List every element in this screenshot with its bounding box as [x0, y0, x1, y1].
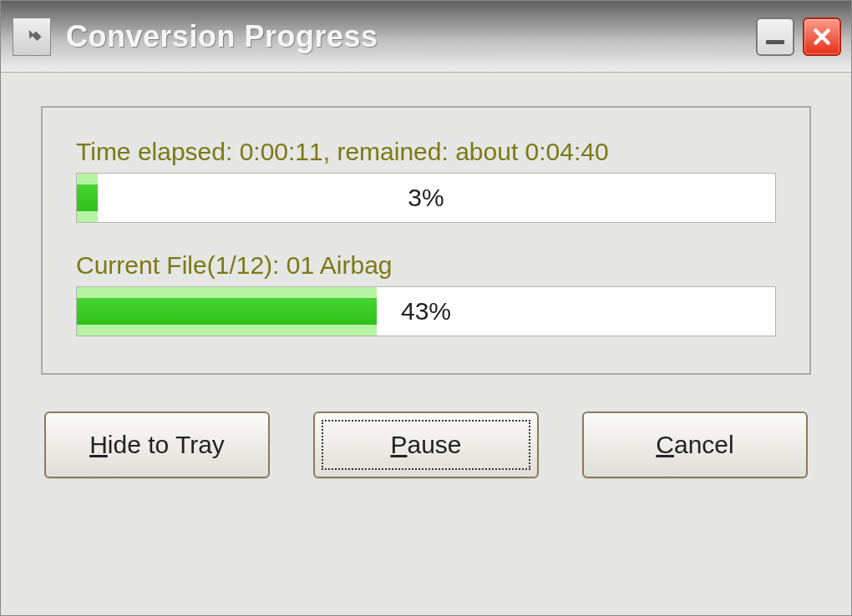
button-label: Pause: [390, 431, 461, 459]
client-area: Time elapsed: 0:00:11, remained: about 0…: [1, 73, 851, 615]
file-progress-percent: 43%: [77, 287, 775, 336]
cancel-button[interactable]: Cancel: [582, 412, 808, 478]
pause-button[interactable]: Pause: [313, 412, 539, 478]
hide-to-tray-button[interactable]: Hide to Tray: [44, 412, 270, 478]
close-icon: [811, 26, 833, 48]
minimize-button[interactable]: [756, 18, 794, 56]
app-icon: [13, 18, 51, 56]
overall-progress-percent: 3%: [77, 174, 775, 222]
button-row: Hide to Tray Pause Cancel: [41, 412, 811, 478]
overall-progress-bar: 3%: [76, 173, 776, 223]
window-title: Conversion Progress: [66, 19, 741, 54]
button-label: Hide to Tray: [89, 431, 225, 459]
minimize-icon: [766, 40, 784, 44]
conversion-progress-window: Conversion Progress Time elapsed: 0:00:1…: [0, 0, 852, 616]
titlebar[interactable]: Conversion Progress: [1, 1, 851, 73]
window-controls: [756, 18, 841, 56]
current-file-label: Current File(1/12): 01 Airbag: [76, 251, 776, 280]
file-progress-bar: 43%: [76, 286, 776, 336]
close-button[interactable]: [803, 18, 841, 56]
time-elapsed-label: Time elapsed: 0:00:11, remained: about 0…: [76, 138, 776, 166]
progress-panel: Time elapsed: 0:00:11, remained: about 0…: [41, 106, 811, 375]
button-label: Cancel: [656, 431, 733, 459]
